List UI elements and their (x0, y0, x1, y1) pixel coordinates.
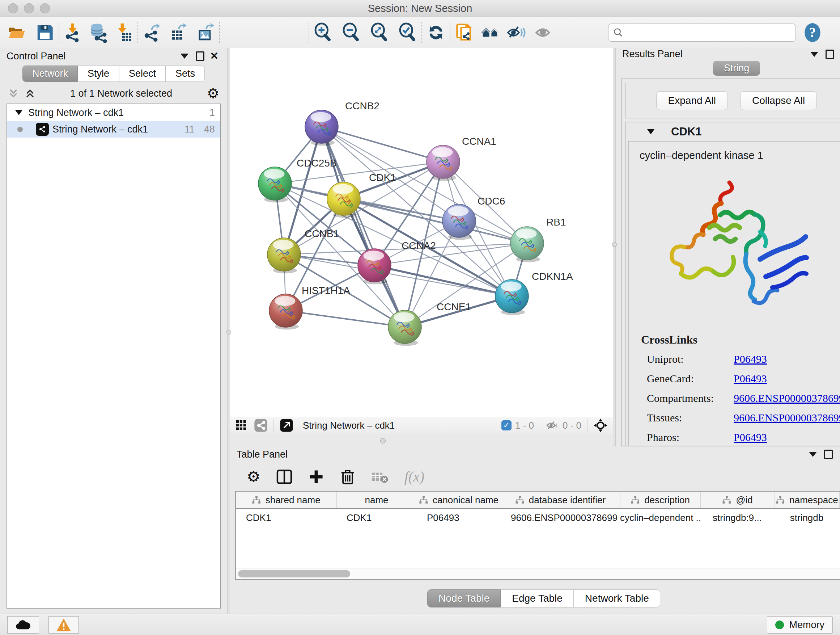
network-collection-row[interactable]: String Network – cdk1 1 (7, 104, 220, 121)
cloud-status-button[interactable] (7, 616, 39, 633)
crosslink-value-link[interactable]: P06493 (734, 372, 767, 385)
zoom-out-button[interactable] (341, 22, 362, 43)
zoom-fit-button[interactable] (369, 22, 390, 43)
cell-description[interactable]: cyclin–dependent ... (620, 509, 700, 526)
right-splitter-knob[interactable] (612, 242, 617, 247)
birdseye-crosshair-icon[interactable] (593, 418, 608, 432)
maximize-panel-icon[interactable] (196, 51, 204, 61)
tab-network-table[interactable]: Network Table (574, 589, 660, 608)
column-label: shared name (265, 494, 321, 506)
edge-HIST1H1A-CCNE1[interactable] (286, 310, 405, 327)
collapse-all-tree-icon[interactable] (8, 88, 19, 99)
node-CCNE1[interactable]: CCNE1 (388, 301, 471, 346)
horizontal-splitter[interactable] (230, 434, 613, 447)
tab-sets[interactable]: Sets (166, 65, 205, 82)
export-table-button[interactable] (168, 22, 188, 43)
right-splitter[interactable] (613, 48, 616, 447)
tab-node-table[interactable]: Node Table (427, 589, 501, 608)
table-settings-gear-icon[interactable]: ⚙ (247, 469, 261, 485)
close-panel-icon[interactable]: ✕ (210, 51, 218, 61)
cell-canonicalname[interactable]: P06493 (417, 509, 501, 526)
maximize-panel-icon[interactable] (824, 450, 833, 459)
import-network-database-button[interactable] (88, 22, 109, 43)
search-input[interactable] (624, 27, 777, 38)
zoom-in-button[interactable] (313, 22, 333, 43)
delete-table-icon[interactable] (371, 470, 388, 484)
scrollbar-thumb[interactable] (238, 570, 350, 578)
crosslink-value-link[interactable]: P06493 (734, 353, 767, 365)
tab-select[interactable]: Select (119, 65, 166, 82)
table-row[interactable]: CDK1CDK1P064939606.ENSP00000378699cyclin… (236, 509, 839, 526)
network-graph[interactable]: CCNB2CCNA1CDC25BCDK1CDC6RB1CCNB1CCNA2CDK… (230, 48, 613, 417)
hide-selected-button[interactable] (506, 22, 526, 43)
column-header-name[interactable]: name (336, 492, 417, 509)
left-splitter-knob[interactable] (226, 330, 231, 334)
crosslink-value-link[interactable]: 9606.ENSP00000378699 (734, 392, 840, 404)
detach-view-icon[interactable] (279, 418, 294, 432)
section-expand-icon[interactable] (647, 129, 654, 134)
expand-all-tree-icon[interactable] (25, 88, 35, 99)
edge-CCNB2-CCNA1[interactable] (322, 127, 443, 162)
float-panel-icon[interactable] (810, 52, 818, 57)
show-all-button[interactable] (534, 22, 554, 43)
delete-trash-icon[interactable] (340, 469, 355, 485)
node-RB1[interactable]: RB1 (510, 217, 566, 262)
export-image-button[interactable] (195, 22, 216, 43)
network-row[interactable]: String Network – cdk1 11 48 (7, 121, 220, 138)
gene-section-header[interactable]: CDK1 (625, 122, 840, 141)
gear-icon[interactable]: ⚙ (207, 87, 219, 100)
memory-button[interactable]: Memory (767, 616, 833, 633)
tab-network[interactable]: Network (22, 65, 78, 82)
float-panel-icon[interactable] (809, 452, 817, 457)
network-overview-button[interactable] (480, 22, 500, 43)
node-HIST1H1A[interactable]: HIST1H1A (269, 285, 350, 329)
show-columns-icon[interactable] (276, 469, 292, 485)
open-session-button[interactable] (6, 22, 27, 43)
first-neighbors-button[interactable] (454, 22, 474, 43)
cell-id[interactable]: stringdb:9... (700, 509, 775, 526)
function-builder-icon[interactable]: f(x) (404, 468, 425, 485)
network-canvas[interactable]: CCNB2CCNA1CDC25BCDK1CDC6RB1CCNB1CCNA2CDK… (230, 48, 613, 417)
close-panel-icon[interactable]: ✕ (838, 449, 840, 459)
import-table-file-button[interactable] (114, 22, 134, 43)
cell-databaseidentifier[interactable]: 9606.ENSP00000378699 (501, 509, 620, 526)
horizontal-splitter-knob[interactable] (380, 438, 386, 443)
cell-name[interactable]: CDK1 (336, 509, 417, 526)
cell-sharedname[interactable]: CDK1 (236, 509, 336, 526)
edge-CDC25B-CDKN1A[interactable] (275, 184, 512, 296)
zoom-selected-button[interactable] (398, 22, 418, 43)
apply-layout-button[interactable] (426, 22, 446, 43)
left-splitter[interactable] (227, 48, 230, 614)
tab-edge-table[interactable]: Edge Table (501, 589, 574, 608)
expand-all-button[interactable]: Expand All (656, 91, 728, 110)
column-header-id[interactable]: @id (700, 492, 775, 509)
node-CDKN1A[interactable]: CDKN1A (495, 271, 573, 315)
crosslink-value-link[interactable]: 9606.ENSP00000378699 (734, 412, 840, 424)
table-horizontal-scrollbar[interactable] (236, 568, 840, 579)
network-view-mode-icon[interactable] (254, 418, 268, 432)
selected-checkbox-icon[interactable]: ✓ (501, 420, 512, 431)
warnings-button[interactable] (49, 616, 79, 633)
export-network-button[interactable] (142, 22, 162, 43)
column-header-description[interactable]: description (620, 492, 700, 509)
collapse-all-button[interactable]: Collapse All (740, 91, 817, 110)
tab-style[interactable]: Style (78, 65, 119, 82)
collection-expand-icon[interactable] (15, 110, 22, 115)
cell-namespace[interactable]: stringdb (775, 509, 839, 526)
import-network-file-button[interactable] (63, 22, 83, 43)
node-label-CDK1: CDK1 (369, 172, 396, 183)
maximize-panel-icon[interactable] (826, 50, 834, 59)
grid-view-icon[interactable] (235, 419, 248, 432)
tab-string[interactable]: String (713, 61, 760, 76)
node-CCNA1[interactable]: CCNA1 (426, 136, 496, 181)
column-header-databaseidentifier[interactable]: database identifier (501, 492, 620, 509)
float-panel-icon[interactable] (180, 54, 188, 59)
edge-CCNA2-CDKN1A[interactable] (374, 265, 512, 296)
save-session-button[interactable] (35, 22, 55, 43)
column-header-sharedname[interactable]: shared name (236, 492, 336, 509)
help-button[interactable]: ? (802, 22, 823, 43)
crosslink-value-link[interactable]: P06493 (734, 431, 767, 443)
column-header-canonicalname[interactable]: canonical name (417, 492, 501, 509)
column-header-namespace[interactable]: namespace (775, 492, 839, 509)
add-column-icon[interactable] (308, 469, 324, 485)
